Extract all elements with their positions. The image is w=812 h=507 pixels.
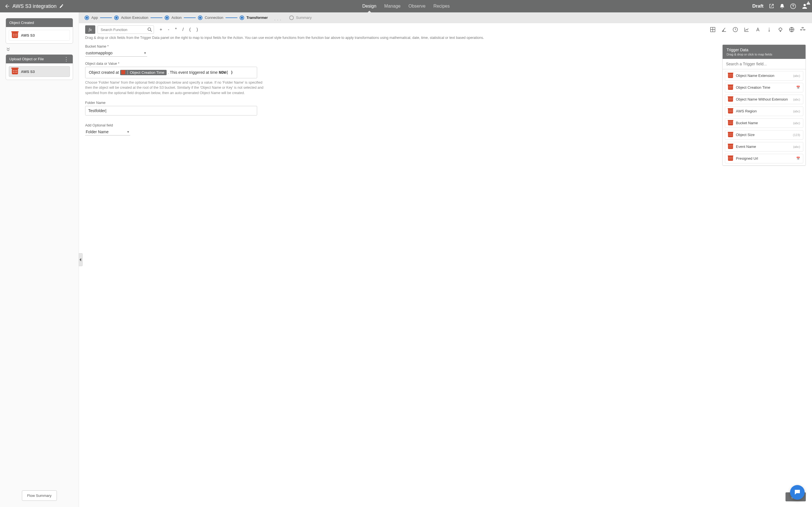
step-label: Action [171, 15, 182, 20]
op-paren-close[interactable]: ) [197, 27, 198, 32]
s3-bucket-icon [728, 97, 733, 102]
trigger-data-panel: Trigger Data Drag & drop or click to map… [722, 45, 806, 166]
s3-bucket-icon [728, 133, 733, 137]
bucket-label: Bucket Name * [85, 45, 717, 48]
trigger-service-row[interactable]: AWS S3 [9, 30, 70, 41]
flow-summary-button[interactable]: Flow Summary [22, 490, 57, 501]
flow-expand-icon[interactable] [6, 47, 73, 52]
object-value-input[interactable]: Object created at Object Creation Time .… [85, 67, 257, 78]
transformer-hint: Drag & drop or click fields from the Tri… [79, 34, 812, 45]
status-label: Draft [752, 3, 763, 9]
folder-input-wrapper[interactable]: Testfolder [85, 106, 257, 115]
s3-bucket-icon [12, 69, 18, 74]
action-card[interactable]: Upload Object or File ⋮ AWS S3 [6, 54, 73, 80]
help-icon[interactable] [790, 3, 796, 9]
fx-icon: fx [85, 25, 95, 34]
op-divide[interactable]: / [183, 27, 184, 32]
step-connector-dots: ··· [270, 17, 287, 18]
function-bar: fx + - * / ( ) [79, 23, 812, 34]
trigger-field-type: (123) [793, 133, 800, 136]
trigger-field-type: (abc) [793, 110, 800, 113]
clock-icon[interactable] [732, 27, 738, 33]
s3-bucket-icon [728, 156, 733, 161]
main-panel: App Action Execution Action Connection T… [79, 12, 812, 507]
folder-input[interactable]: Testfolder [88, 108, 106, 113]
trigger-search[interactable] [723, 59, 806, 69]
edit-title-icon[interactable] [59, 4, 64, 8]
trigger-field-name: AWS Region [736, 109, 757, 113]
step-connection[interactable]: Connection [198, 15, 223, 20]
chart-icon[interactable] [744, 27, 749, 33]
operator-buttons: + - * / ( ) [160, 27, 198, 32]
step-summary[interactable]: Summary [289, 15, 312, 20]
step-app[interactable]: App [85, 15, 98, 20]
trigger-field-item[interactable]: Object Creation Time📅 [725, 83, 803, 93]
function-search[interactable] [98, 25, 154, 34]
caret-down-icon: ▼ [144, 51, 147, 55]
trigger-field-list[interactable]: Object Name Extension(abc)Object Creatio… [723, 69, 806, 165]
tab-observe[interactable]: Observe [409, 0, 425, 12]
expr-function: NOW( ) [219, 70, 233, 75]
s3-bucket-icon [12, 33, 18, 38]
user-icon[interactable] [801, 3, 808, 10]
collapse-sidebar-handle[interactable] [79, 253, 83, 266]
op-plus[interactable]: + [160, 27, 162, 32]
bell-icon[interactable] [779, 3, 785, 9]
step-connector [225, 17, 238, 18]
trigger-field-name: Object Size [736, 133, 755, 137]
tab-recipes[interactable]: Recipes [434, 0, 450, 12]
action-service-row[interactable]: AWS S3 [9, 66, 70, 77]
action-card-header: Upload Object or File ⋮ [6, 55, 73, 63]
cubes-icon[interactable] [800, 27, 806, 33]
trigger-card[interactable]: Object Created AWS S3 [6, 18, 73, 44]
trigger-field-item[interactable]: AWS Region(abc) [725, 107, 803, 116]
op-minus[interactable]: - [168, 27, 169, 32]
trigger-panel-subtitle: Drag & drop or click to map fields [726, 53, 802, 56]
s3-bucket-icon [728, 121, 733, 125]
trigger-search-input[interactable] [726, 61, 802, 67]
folder-label: Folder Name [85, 101, 717, 105]
globe-icon[interactable] [789, 27, 795, 33]
trigger-field-item[interactable]: Object Size(123) [725, 130, 803, 140]
object-value-field: Object data or Value * Object created at… [85, 62, 717, 96]
function-search-input[interactable] [98, 25, 154, 34]
trigger-panel-header: Trigger Data Drag & drop or click to map… [723, 45, 806, 59]
angle-icon[interactable] [721, 27, 727, 33]
trigger-field-name: Object Name Without Extension [736, 97, 788, 101]
op-multiply[interactable]: * [175, 27, 177, 32]
step-action[interactable]: Action [165, 15, 182, 20]
optional-field: Add Optional field Folder Name ▼ [85, 123, 717, 135]
info-icon[interactable] [766, 27, 772, 33]
caret-down-icon: ▼ [126, 130, 130, 133]
bucket-select[interactable]: customapplogo ▼ [85, 50, 147, 57]
trigger-card-title: Object Created [6, 18, 73, 27]
chat-fab[interactable] [790, 485, 805, 500]
svg-point-5 [769, 28, 769, 29]
action-card-kebab-icon[interactable]: ⋮ [63, 58, 69, 60]
trigger-field-item[interactable]: Presigned Url📅 [725, 154, 803, 163]
text-icon[interactable] [755, 27, 761, 33]
back-icon[interactable] [4, 3, 10, 9]
object-value-help: Choose 'Folder Name' from the optional f… [85, 80, 266, 96]
step-label: Action Execution [121, 15, 148, 20]
s3-bucket-icon [121, 71, 125, 74]
trigger-field-item[interactable]: Object Name Extension(abc) [725, 71, 803, 80]
step-transformer[interactable]: Transformer [240, 15, 268, 20]
optional-select[interactable]: Folder Name ▼ [85, 128, 130, 135]
tab-design[interactable]: Design [362, 0, 376, 12]
grid-icon[interactable] [710, 27, 716, 33]
trigger-field-item[interactable]: Object Name Without Extension(abc) [725, 95, 803, 104]
flow-sidebar: Object Created AWS S3 Upload Object or F… [0, 12, 79, 507]
function-category-icons [710, 27, 806, 33]
trigger-field-item[interactable]: Bucket Name(abc) [725, 118, 803, 128]
bucket-value: customapplogo [86, 51, 112, 55]
step-label: App [91, 15, 98, 20]
tab-manage[interactable]: Manage [384, 0, 401, 12]
trigger-field-item[interactable]: Event Name(abc) [725, 142, 803, 152]
trigger-field-name: Object Name Extension [736, 73, 774, 78]
bulb-icon[interactable] [777, 27, 783, 33]
op-paren-open[interactable]: ( [189, 27, 191, 32]
open-external-icon[interactable] [769, 3, 774, 9]
field-chip-object-creation-time[interactable]: Object Creation Time [120, 70, 167, 75]
step-action-execution[interactable]: Action Execution [114, 15, 148, 20]
